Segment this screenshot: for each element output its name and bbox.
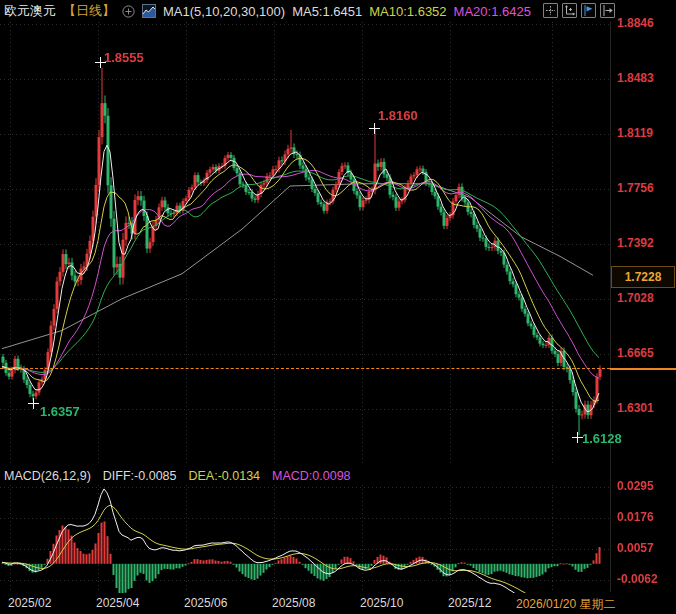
price-axis-highlight: 1.7228 bbox=[611, 266, 675, 288]
price-tick: 1.6301 bbox=[617, 401, 654, 415]
main-price-chart[interactable] bbox=[0, 22, 612, 465]
axis-scale-icon[interactable] bbox=[562, 3, 577, 18]
ma-settings-label[interactable]: MA1(5,10,20,30,100) bbox=[163, 4, 285, 19]
price-tick: 1.7756 bbox=[617, 181, 654, 195]
macd-value: MACD:0.0098 bbox=[272, 469, 351, 483]
macd-tick: 0.0057 bbox=[617, 541, 654, 555]
extreme-price-label: 1.8160 bbox=[378, 108, 418, 123]
cross-marker-icon bbox=[28, 398, 39, 409]
extreme-price-label: 1.6357 bbox=[40, 404, 80, 419]
chart-window: { "header": { "symbol": "欧元澳元", "period"… bbox=[0, 0, 676, 614]
ma10-value: MA10:1.6352 bbox=[369, 4, 446, 19]
price-tick: 1.8483 bbox=[617, 71, 654, 85]
macd-tick: -0.0062 bbox=[617, 572, 658, 586]
timeframe-label[interactable]: 【日线】 bbox=[63, 2, 115, 20]
ma20-value: MA20:1.6425 bbox=[454, 4, 531, 19]
add-indicator-icon[interactable] bbox=[122, 5, 135, 18]
time-tick: 2025/08 bbox=[272, 596, 315, 610]
pan-tool-icon[interactable] bbox=[543, 3, 558, 18]
price-tick: 1.8119 bbox=[617, 126, 653, 140]
symbol-name: 欧元澳元 bbox=[4, 2, 56, 20]
ma5-value: MA5:1.6451 bbox=[292, 4, 362, 19]
macd-dea-value: DEA:-0.0134 bbox=[188, 469, 260, 483]
macd-diff-value: DIFF:-0.0085 bbox=[103, 469, 177, 483]
cross-marker-icon bbox=[369, 123, 380, 134]
macd-tick: 0.0176 bbox=[617, 510, 654, 524]
time-tick: 2025/12 bbox=[448, 596, 491, 610]
cross-marker-icon bbox=[572, 432, 583, 443]
export-icon[interactable] bbox=[600, 3, 615, 18]
chart-type-icon[interactable] bbox=[142, 4, 156, 18]
extreme-price-label: 1.6128 bbox=[582, 431, 622, 446]
macd-tick: 0.0295 bbox=[617, 479, 654, 493]
cross-marker-icon bbox=[95, 57, 106, 68]
extreme-price-label: 1.8555 bbox=[104, 50, 144, 65]
price-tick: 1.7028 bbox=[617, 291, 654, 305]
macd-title[interactable]: MACD(26,12,9) bbox=[4, 469, 91, 483]
last-price-line-axis bbox=[610, 368, 676, 370]
time-tick: 2025/04 bbox=[96, 596, 139, 610]
time-tick: 2025/06 bbox=[184, 596, 227, 610]
chart-toolbar bbox=[543, 3, 615, 18]
last-price-line bbox=[0, 368, 610, 369]
macd-indicator-chart[interactable] bbox=[0, 485, 612, 593]
time-tick: 2025/02 bbox=[8, 596, 51, 610]
macd-header: MACD(26,12,9) DIFF:-0.0085 DEA:-0.0134 M… bbox=[4, 469, 351, 483]
time-tick: 2025/10 bbox=[360, 596, 403, 610]
price-tick: 1.6665 bbox=[617, 346, 654, 360]
axis-separator bbox=[610, 22, 611, 592]
playback-icon[interactable] bbox=[581, 3, 596, 18]
time-tick: 2026/01/20 星期二 bbox=[516, 596, 615, 613]
price-tick: 1.7392 bbox=[617, 236, 654, 250]
